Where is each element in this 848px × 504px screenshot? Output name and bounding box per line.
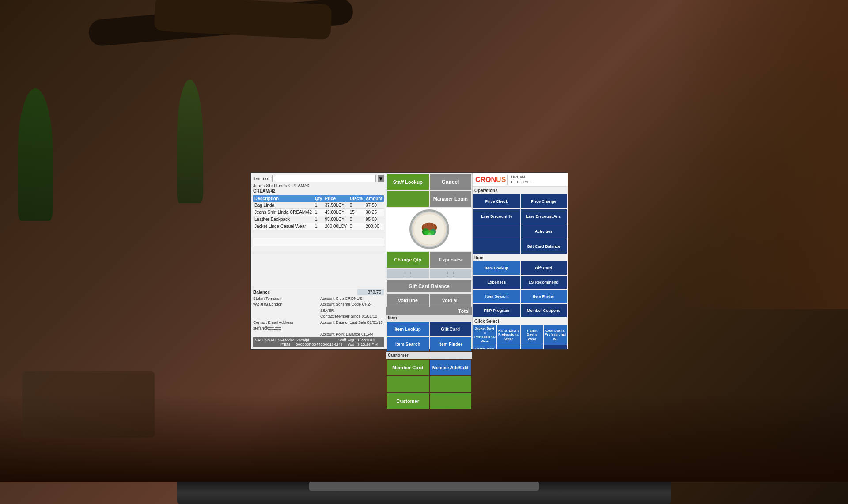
click-tshirt-button[interactable]: T-shirt Davi-s Wear [521,325,543,345]
item-finder-mid-button[interactable]: Item Finder [430,337,472,351]
row-qty: 1 [314,202,324,209]
cust-points-label [253,332,317,338]
row-price: 200.00LCY [323,223,348,230]
total-label: Total [458,308,469,314]
member-add-edit-button[interactable]: Member Add/Edit [430,360,472,375]
item-search-mid-button[interactable]: Item Search [387,337,429,351]
gift-card-button[interactable]: Gift Card [521,261,567,275]
fbp-program-button[interactable]: FBP Program [473,304,520,317]
void-line-button[interactable]: Void line [387,294,429,307]
operations-label: Operations [473,187,568,193]
table-row[interactable]: Jeans Shirt Linda CREAM/42 1 45.00LCY 15… [253,209,384,216]
monitor-stand [309,482,539,491]
row-disc: 0 [348,216,364,223]
expenses-ops-button[interactable]: Expenses [473,276,520,289]
click-belt-casual-button[interactable]: Belt Davi-s Casual Wear [521,345,543,349]
staff-lookup-button[interactable]: Staff Lookup [387,174,429,190]
row-desc: Leather Backpack [253,216,314,223]
svg-point-7 [424,230,434,235]
row-disc: 15 [348,209,364,216]
activities-button[interactable]: Activities [521,224,567,239]
status-bar: SALES SALES FMode: ITEM Receipt: 000000P… [253,337,384,347]
change-qty-button[interactable]: Change Qty [387,252,429,268]
table-row[interactable]: Leather Backpack 1 95.00LCY 0 95.00 [253,216,384,223]
row-price: 37.50LCY [323,202,348,209]
gift-card-mid-button[interactable]: Gift Card [430,322,472,336]
item-finder-button[interactable]: Item Finder [521,290,567,303]
item-label: Item [473,254,568,261]
status-sales2: SALES [268,338,280,347]
customer-section-label: Customer [386,352,472,359]
click-coat-button[interactable]: Coat Davi-s Professional W. [544,325,567,345]
customer-button[interactable]: Customer [387,393,429,409]
line-discount-am-button[interactable]: Line Discount Am. [521,209,567,224]
status-receipt: Receipt: 000000P004400001642 [296,338,338,347]
row-qty: 1 [314,209,324,216]
col-price: Price [323,195,348,202]
click-select-label: Click Select [473,318,568,324]
click-jacket-button[interactable]: Jacket Davi-s Professional Wear [473,325,496,345]
item-no-input[interactable] [272,175,376,182]
row-amount: 95.00 [364,216,384,223]
food-image [409,209,449,249]
col-disc: Disc% [348,195,364,202]
click-back-button[interactable]: Back [544,345,567,349]
cancel-button[interactable]: Cancel [430,174,472,190]
row-price: 45.00LCY [323,209,348,216]
price-change-button[interactable]: Price Change [521,194,567,208]
member-coupons-button[interactable]: Member Coupons [521,304,567,317]
cust-account-club: Account Club CRONUS [320,296,384,302]
row-amount: 200.00 [364,223,384,230]
empty-green-cust-2 [430,376,472,392]
cust-address: W2 JHG,London [253,302,317,314]
item-search-button[interactable]: Item Search [473,290,520,303]
item-description: Jeans Shirt Linda CREAM/42 [253,183,384,188]
gift-card-balance-ops-button[interactable]: Gift Card Balance [521,239,567,254]
item-grid: Item Lookup Gift Card Expenses LS Recomm… [473,261,568,318]
pos-left-panel: Item no.: ▼ Jeans Shirt Linda CREAM/42 C… [251,173,386,349]
status-fmode: FMode: ITEM [280,338,296,347]
customer-btn-grid: Member Card Member Add/Edit Customer [386,359,472,410]
pos-right-panel: CRONUS URBAN LIFESTYLE Operations Price … [472,173,568,349]
table-row[interactable]: Jacket Linda Casual Wear 1 200.00LCY 0 2… [253,223,384,230]
row-disc: 0 [348,202,364,209]
col-amount: Amount [364,195,384,202]
logo-area: CRONUS URBAN LIFESTYLE [473,173,568,187]
empty-green-cust-1 [387,376,429,392]
row-desc: Jacket Linda Casual Wear [253,223,314,230]
total-row: Total [386,307,472,315]
logo-urban-text: URBAN [511,175,532,180]
manager-login-button[interactable]: Manager Login [430,191,472,207]
click-pants-button[interactable]: Pants Davi-s Professional Wear [497,325,520,345]
food-image-area [386,208,472,251]
cust-account-scheme: Account Scheme Code CRZ-SILVER [320,302,384,314]
empty-ops-1 [473,224,520,239]
status-sales1: SALES [255,338,268,347]
click-shorts-button[interactable]: Shorts Davi-s Professional Wear [473,345,496,349]
gift-card-balance-mid-button[interactable]: Gift Card Balance [387,280,471,292]
status-staff: Staff: 45 [338,338,348,347]
price-check-button[interactable]: Price Check [473,194,520,208]
item-lookup-mid-button[interactable]: Item Lookup [387,322,429,336]
ls-recommend-button[interactable]: LS Recommend [521,276,567,289]
logo-cronus-text-red: CRON [475,176,496,183]
table-row[interactable]: Bag Linda 1 37.50LCY 0 37.50 [253,202,384,209]
line-discount-pct-button[interactable]: Line Discount % [473,209,520,224]
expenses-button[interactable]: Expenses [430,252,472,268]
cust-last-sale: Account Date of Last Sale 01/01/18 [320,320,384,332]
balance-row: Balance 370.75 [253,289,384,295]
cust-contact-member-val: Contact Member Since 01/01/12 [320,314,384,320]
cust-contact-member [253,314,317,320]
empty-green-cust-3 [430,393,472,409]
item-no-label: Item no.: [253,176,270,181]
member-card-button[interactable]: Member Card [387,360,429,375]
void-all-button[interactable]: Void all [430,294,472,307]
click-belt-revers-button[interactable]: Black/white Revers.Belt Davi-s [497,345,520,349]
item-no-row: Item no.: ▼ [253,175,384,182]
item-no-button[interactable]: ▼ [378,175,384,182]
item-section-label: Item [386,315,472,321]
item-code: CREAM/42 [253,189,384,193]
item-lookup-button[interactable]: Item Lookup [473,261,520,275]
cust-email: Contact Email Address stefan@xxx.xxx [253,320,317,332]
row-qty: 1 [314,216,324,223]
